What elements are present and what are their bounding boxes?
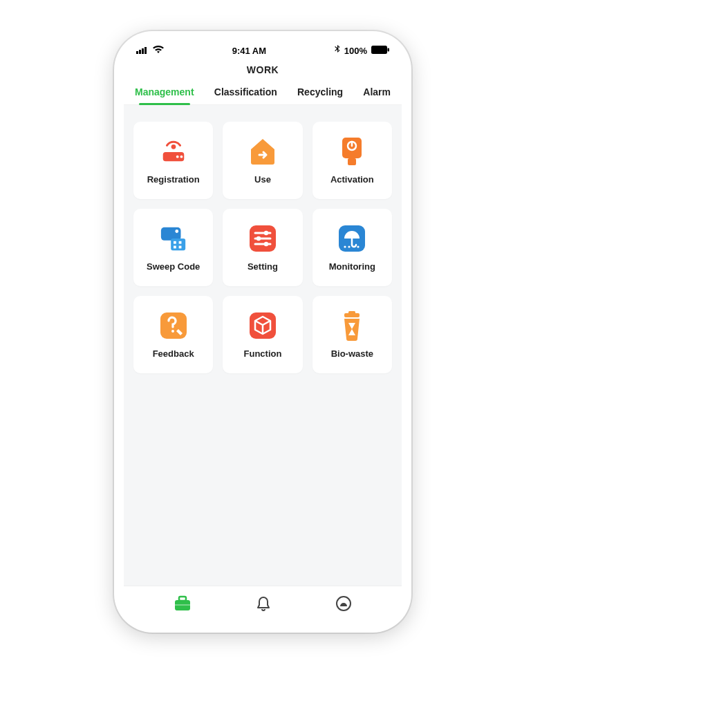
svg-point-31 (348, 245, 351, 248)
tile-function[interactable]: Function (223, 296, 302, 373)
printer-icon (159, 224, 188, 253)
tile-label: Activation (330, 174, 374, 185)
svg-rect-2 (142, 48, 144, 54)
tile-grid: Registration Use (133, 122, 392, 373)
svg-rect-0 (136, 51, 138, 54)
tile-registration[interactable]: Registration (133, 122, 213, 199)
screen: 9:41 AM 100% WORK Management Classificat… (124, 41, 402, 623)
page-title: WORK (124, 60, 402, 82)
briefcase-icon (174, 602, 192, 614)
signal-icon (136, 46, 149, 56)
svg-rect-37 (348, 311, 355, 314)
tile-label: Feedback (153, 348, 194, 359)
bluetooth-icon (335, 45, 340, 56)
trash-hourglass-icon (337, 311, 366, 340)
svg-point-23 (264, 230, 268, 234)
svg-rect-16 (171, 239, 185, 250)
nav-work[interactable] (174, 595, 192, 615)
sliders-icon (248, 224, 277, 253)
svg-rect-20 (178, 245, 181, 248)
tile-bio-waste[interactable]: Bio-waste (312, 296, 392, 373)
svg-rect-10 (342, 138, 362, 158)
svg-rect-18 (178, 241, 181, 243)
svg-rect-19 (174, 245, 176, 248)
tabs: Management Classification Recycling Alar… (124, 82, 402, 105)
svg-rect-40 (175, 604, 190, 606)
svg-point-6 (171, 144, 176, 149)
tile-label: Registration (147, 174, 200, 185)
tile-feedback[interactable]: Feedback (133, 296, 213, 373)
cube-icon (248, 311, 277, 340)
tile-monitoring[interactable]: Monitoring (312, 209, 392, 286)
umbrella-icon (337, 224, 366, 253)
svg-point-34 (171, 330, 174, 333)
svg-rect-3 (144, 47, 147, 54)
bottom-nav (124, 586, 402, 623)
profile-circle-icon (335, 602, 352, 614)
tab-recycling[interactable]: Recycling (296, 82, 344, 104)
phone-frame: 9:41 AM 100% WORK Management Classificat… (114, 31, 411, 633)
battery-icon (371, 46, 389, 56)
svg-point-8 (176, 155, 178, 158)
tile-label: Bio-waste (331, 348, 373, 359)
nav-profile[interactable] (335, 595, 352, 615)
tile-label: Sweep Code (147, 261, 200, 272)
bell-icon (255, 602, 272, 614)
router-icon (159, 137, 188, 166)
svg-point-27 (264, 241, 268, 245)
svg-point-32 (357, 245, 360, 248)
tile-sweep-code[interactable]: Sweep Code (133, 209, 213, 286)
svg-rect-39 (179, 597, 186, 601)
tile-label: Function (244, 348, 282, 359)
question-edit-icon (159, 311, 188, 340)
tile-setting[interactable]: Setting (223, 209, 302, 286)
lamp-icon (337, 137, 366, 166)
svg-point-30 (344, 245, 346, 248)
status-right: 100% (335, 45, 389, 56)
wifi-icon (153, 46, 164, 56)
tab-alarm[interactable]: Alarm (362, 82, 392, 104)
home-arrow-icon (248, 137, 277, 166)
tab-classification[interactable]: Classification (213, 82, 279, 104)
status-bar: 9:41 AM 100% (124, 41, 402, 60)
svg-rect-13 (348, 158, 356, 165)
battery-percent: 100% (344, 46, 367, 56)
tile-label: Monitoring (329, 261, 375, 272)
nav-notifications[interactable] (255, 595, 272, 615)
content-area: Registration Use (124, 105, 402, 586)
svg-point-25 (256, 236, 261, 240)
status-time: 9:41 AM (232, 46, 266, 56)
status-left (136, 46, 164, 56)
svg-rect-4 (371, 46, 387, 54)
tile-label: Setting (248, 261, 278, 272)
tab-management[interactable]: Management (133, 82, 196, 104)
svg-rect-17 (174, 241, 176, 243)
svg-rect-5 (388, 48, 390, 51)
tile-activation[interactable]: Activation (312, 122, 392, 199)
tile-label: Use (254, 174, 271, 185)
svg-point-15 (175, 230, 178, 233)
tile-use[interactable]: Use (223, 122, 302, 199)
svg-point-9 (180, 155, 183, 158)
svg-rect-1 (139, 50, 141, 54)
